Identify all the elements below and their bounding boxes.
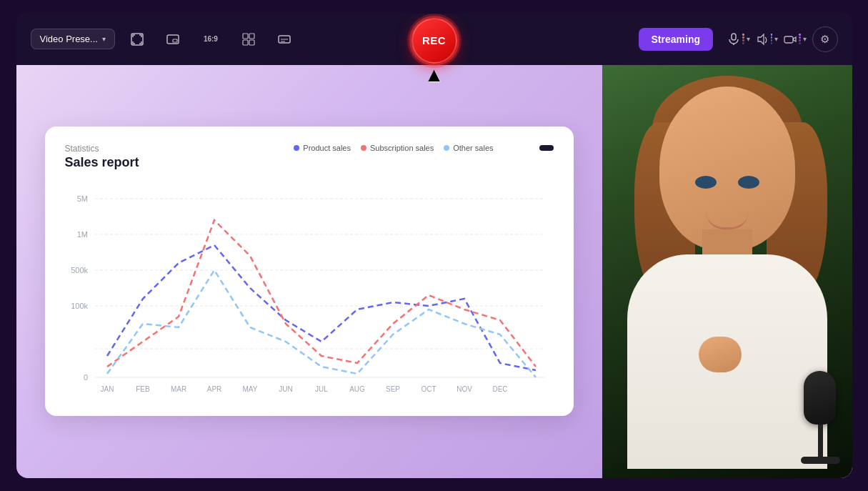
chart-title: Sales report — [65, 155, 139, 170]
filter-12months[interactable] — [539, 145, 554, 151]
legend-subscription-sales: Subscription sales — [361, 144, 434, 152]
speaker-control[interactable]: ▾ — [756, 33, 779, 46]
chart-panel: Statistics Sales report Product sales Su… — [16, 65, 602, 478]
svg-text:JUN: JUN — [279, 385, 292, 393]
texture-button[interactable] — [235, 26, 262, 53]
cursor-pointer: ▲ — [424, 65, 444, 85]
svg-text:JAN: JAN — [100, 385, 114, 393]
chevron-down-icon: ▾ — [102, 35, 106, 43]
mic-base — [801, 457, 840, 464]
video-preset-dropdown[interactable]: Video Prese... ▾ — [31, 29, 115, 49]
svg-text:SEP: SEP — [385, 385, 399, 393]
chevron-speaker-icon: ▾ — [774, 35, 778, 43]
chevron-camera-icon: ▾ — [803, 35, 807, 43]
camera-control[interactable]: ▾ — [784, 33, 807, 46]
aspect-ratio-label: 16:9 — [204, 35, 218, 43]
svg-text:MAY: MAY — [242, 385, 257, 393]
speaker-level-dots — [771, 34, 773, 44]
settings-icon: ⚙ — [820, 33, 829, 46]
legend-label-product: Product sales — [303, 144, 351, 152]
statistics-label: Statistics — [65, 144, 139, 154]
speaker-icon — [756, 33, 769, 46]
legend-dot-other — [444, 145, 449, 151]
rec-button-wrapper: REC ▲ — [411, 18, 457, 85]
app-container: Video Prese... ▾ 16:9 — [16, 14, 852, 478]
eye-right — [738, 176, 759, 189]
svg-rect-2 — [173, 39, 177, 42]
pip-icon — [166, 33, 179, 46]
svg-text:APR: APR — [206, 385, 221, 393]
mic-level-dots — [742, 34, 744, 44]
svg-rect-6 — [249, 40, 254, 45]
caption-button[interactable] — [271, 26, 298, 53]
svg-text:OCT: OCT — [421, 385, 436, 393]
svg-text:NOV: NOV — [457, 385, 472, 393]
svg-text:DEC: DEC — [492, 385, 507, 393]
time-filters — [505, 145, 554, 151]
chart-legend: Product sales Subscription sales Other s… — [294, 144, 493, 152]
filter-7days[interactable] — [505, 145, 519, 151]
caption-icon — [278, 33, 291, 46]
streaming-label: Streaming — [652, 34, 700, 45]
svg-rect-5 — [243, 40, 248, 45]
chart-card: Statistics Sales report Product sales Su… — [45, 127, 574, 416]
aspect-ratio-button[interactable]: 16:9 — [195, 26, 226, 53]
fullscreen-button[interactable] — [124, 26, 151, 53]
svg-text:500k: 500k — [71, 266, 88, 274]
svg-rect-13 — [784, 36, 793, 43]
chart-header: Statistics Sales report Product sales Su… — [65, 144, 554, 170]
person-hand — [699, 337, 742, 372]
mic-icon — [727, 33, 740, 46]
svg-marker-12 — [758, 34, 764, 44]
eye-left — [695, 176, 717, 189]
filter-30days[interactable] — [522, 145, 537, 151]
toolbar-right: ▾ ▾ — [727, 26, 838, 52]
microphone — [795, 371, 845, 464]
mic-control[interactable]: ▾ — [727, 33, 750, 46]
svg-text:100k: 100k — [71, 302, 88, 310]
svg-text:5M: 5M — [76, 194, 87, 203]
streaming-button[interactable]: Streaming — [639, 28, 713, 51]
rec-label: REC — [422, 34, 446, 46]
chart-controls: Product sales Subscription sales Other s… — [294, 144, 553, 152]
chart-title-group: Statistics Sales report — [65, 144, 139, 170]
svg-rect-4 — [249, 34, 254, 39]
camera-icon — [784, 33, 797, 46]
settings-button[interactable]: ⚙ — [812, 26, 838, 52]
mic-head — [804, 371, 836, 425]
svg-text:AUG: AUG — [349, 385, 365, 393]
svg-rect-10 — [732, 34, 736, 40]
texture-icon — [242, 33, 255, 46]
pip-button[interactable] — [159, 26, 186, 53]
legend-other-sales: Other sales — [444, 144, 493, 152]
toolbar: Video Prese... ▾ 16:9 — [16, 14, 852, 65]
legend-dot-subscription — [361, 145, 366, 151]
svg-text:FEB: FEB — [136, 385, 150, 393]
svg-rect-3 — [243, 34, 248, 39]
legend-label-other: Other sales — [453, 144, 493, 152]
legend-label-subscription: Subscription sales — [370, 144, 434, 152]
legend-product-sales: Product sales — [294, 144, 351, 152]
chart-svg: 5M 1M 500k 100k 0 JAN FEB — [65, 184, 554, 399]
svg-text:MAR: MAR — [170, 385, 186, 393]
legend-dot-product — [294, 145, 299, 151]
camera-level-dots — [799, 34, 801, 44]
svg-text:0: 0 — [83, 373, 87, 382]
chevron-mic-icon: ▾ — [747, 35, 750, 43]
svg-text:1M: 1M — [76, 230, 87, 239]
main-content: Statistics Sales report Product sales Su… — [16, 65, 852, 478]
dropdown-label: Video Prese... — [40, 34, 98, 44]
person-panel — [602, 65, 852, 478]
fullscreen-icon — [131, 33, 144, 46]
chart-area: 5M 1M 500k 100k 0 JAN FEB — [65, 184, 554, 399]
rec-button[interactable]: REC — [411, 18, 457, 64]
svg-text:JUL: JUL — [315, 385, 328, 393]
